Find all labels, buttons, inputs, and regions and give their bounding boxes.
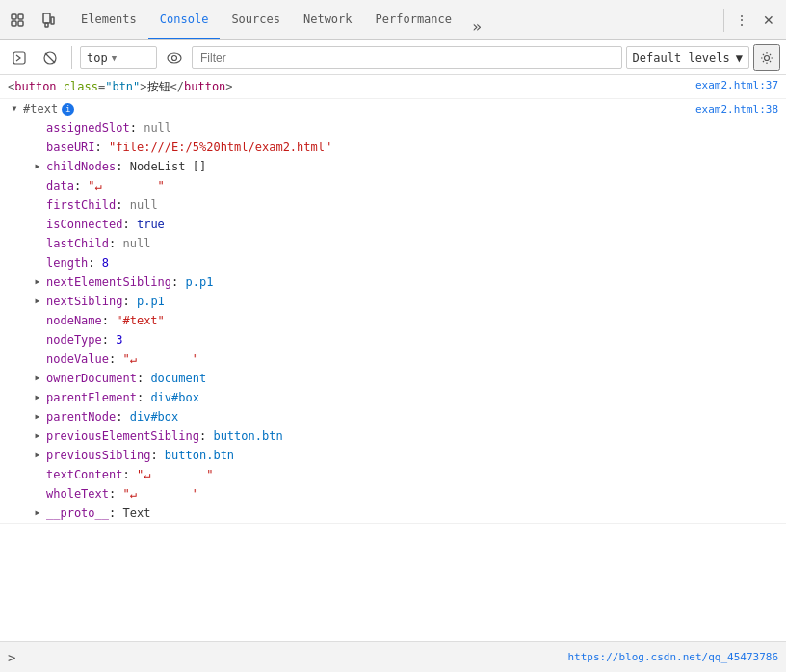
custom-formatters-button[interactable] [161,44,188,71]
log-location-2[interactable]: exam2.html:38 [688,101,786,117]
prop-isConnected: isConnected: true [8,215,786,234]
object-root-line: #text i [0,99,688,118]
console-output: <button class="btn">按钮</button> exam2.ht… [0,75,786,641]
tab-network[interactable]: Network [292,0,364,39]
console-input[interactable] [23,651,567,664]
element-log-content: <button class="btn">按钮</button> [0,75,688,98]
expand-parentNode[interactable] [31,410,44,424]
info-icon[interactable]: i [62,103,74,116]
prop-proto: __proto__: Text [8,504,786,523]
prop-nextElementSibling: nextElementSibling: p.p1 [8,272,786,292]
expand-childNodes[interactable] [31,160,44,173]
prop-nextSibling: nextSibling: p.p1 [8,292,786,311]
expand-previousElementSibling[interactable] [31,429,44,443]
prop-wholeText: wholeText: "↵ " [8,484,786,504]
inspect-icon[interactable] [4,7,31,34]
tab-console[interactable]: Console [148,0,221,39]
prop-data: data: "↵ " [8,176,786,195]
prop-childNodes: childNodes: NodeList [] [8,157,786,176]
expand-ownerDocument[interactable] [31,372,44,385]
svg-line-9 [45,53,55,63]
prop-parentElement: parentElement: div#box [8,388,786,407]
prop-firstChild: firstChild: null [8,195,786,215]
topbar-icons-right: ⋮ ✕ [728,7,782,34]
svg-rect-0 [12,14,16,19]
devtools-topbar: Elements Console Sources Network Perform… [0,0,786,40]
console-bottom-bar: > https://blog.csdn.net/qq_45473786 [0,641,786,672]
svg-rect-1 [12,21,16,26]
object-tree: assignedSlot: null baseURI: "file:///E:/… [0,118,786,523]
bottom-url: https://blog.csdn.net/qq_45473786 [567,651,778,663]
tab-performance[interactable]: Performance [364,0,463,39]
prop-nodeType: nodeType: 3 [8,330,786,349]
filter-input[interactable] [192,46,622,69]
tab-elements[interactable]: Elements [69,0,148,39]
prop-nodeValue: nodeValue: "↵ " [8,349,786,369]
prop-previousElementSibling: previousElementSibling: button.btn [8,426,786,446]
execute-context-button[interactable] [6,44,33,71]
log-location-1[interactable]: exam2.html:37 [688,77,786,93]
svg-rect-3 [18,21,23,26]
svg-rect-4 [43,13,50,23]
prop-previousSibling: previousSibling: button.btn [8,446,786,465]
prop-nodeName: nodeName: "#text" [8,311,786,330]
expand-nextElementSibling[interactable] [31,275,44,289]
expand-previousSibling[interactable] [31,449,44,462]
console-prompt-symbol: > [8,650,15,665]
prop-lastChild: lastChild: null [8,234,786,253]
svg-point-11 [172,55,177,60]
svg-point-12 [765,55,770,60]
expand-nextSibling[interactable] [31,295,44,308]
expand-proto[interactable] [31,506,44,520]
prop-parentNode: parentNode: div#box [8,407,786,426]
svg-rect-6 [51,17,54,24]
expand-parentElement[interactable] [31,391,44,404]
toolbar-divider-1 [71,46,72,69]
prop-assignedSlot: assignedSlot: null [8,118,786,138]
device-icon[interactable] [35,7,62,34]
prop-textContent: textContent: "↵ " [8,465,786,484]
more-tabs-button[interactable]: » [463,13,490,39]
tabs-container: Elements Console Sources Network Perform… [69,0,490,39]
log-entry-object: #text i exam2.html:38 assignedSlot: null… [0,99,786,524]
close-button[interactable]: ✕ [755,7,782,34]
toolbar-divider [723,9,724,32]
topbar-icons-left [4,7,62,34]
svg-point-10 [168,53,181,63]
log-entry-element: <button class="btn">按钮</button> exam2.ht… [0,75,786,99]
svg-rect-5 [45,23,48,27]
tab-sources[interactable]: Sources [220,0,292,39]
console-settings-button[interactable] [753,44,780,71]
log-level-selector[interactable]: Default levels ▼ [626,46,749,69]
context-selector[interactable]: top ▼ [80,46,157,69]
console-toolbar: top ▼ Default levels ▼ [0,40,786,75]
menu-button[interactable]: ⋮ [728,7,755,34]
prop-length: length: 8 [8,253,786,272]
svg-rect-2 [18,14,23,19]
clear-console-button[interactable] [37,44,64,71]
prop-ownerDocument: ownerDocument: document [8,369,786,388]
expand-root[interactable] [8,102,21,116]
prop-baseURI: baseURI: "file:///E:/5%20html/exam2.html… [8,138,786,157]
log-entry-object-header-row: #text i exam2.html:38 [0,99,786,118]
